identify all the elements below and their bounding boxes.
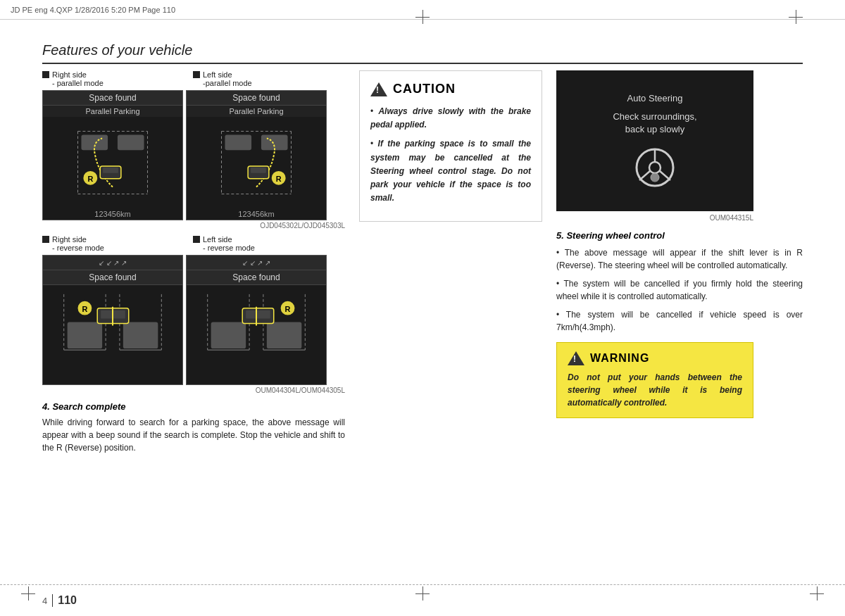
svg-rect-0 <box>43 121 182 205</box>
left-reverse-label: Left side- reverse mode <box>193 235 341 252</box>
svg-rect-43 <box>267 322 302 349</box>
left-parallel-header: Space found <box>187 91 326 106</box>
right-parallel-subheader: Parallel Parking <box>43 106 182 117</box>
warning-title-text: WARNING <box>590 352 649 365</box>
reverse-diagrams: ↙ ↙ ↗ ↗ Space found <box>42 255 345 385</box>
square-icon-left-rev <box>193 236 200 243</box>
steering-control-title: 5. Steering wheel control <box>556 230 803 241</box>
svg-rect-19 <box>251 168 266 173</box>
auto-steering-display: Auto Steering Check surroundings,back up… <box>556 70 753 211</box>
reverse-right-svg: R <box>43 285 182 359</box>
caution-title: CAUTION <box>370 82 531 96</box>
right-parallel-content: R <box>43 117 182 208</box>
caution-box: CAUTION Always drive slowly with the bra… <box>359 70 542 222</box>
svg-rect-5 <box>81 134 108 150</box>
caution-item-1-text: Always drive slowly with the brake pedal… <box>370 106 531 130</box>
warning-box: WARNING Do not put your hands between th… <box>556 342 753 418</box>
steering-control-section: 5. Steering wheel control The above mess… <box>556 230 803 334</box>
crosshair-bottom-center <box>415 586 430 601</box>
left-reverse-text: Left side- reverse mode <box>203 235 255 252</box>
reverse-left-svg: R <box>187 285 326 359</box>
svg-text:R: R <box>82 305 87 313</box>
svg-text:R: R <box>285 305 291 313</box>
svg-rect-8 <box>103 168 118 173</box>
steering-point-3: The system will be cancelled if vehicle … <box>556 308 803 334</box>
right-parallel-text: Right side- parallel mode <box>52 70 104 87</box>
auto-steering-message: Check surroundings,back up slowly <box>613 111 696 136</box>
search-complete-title: 4. Search complete <box>42 401 345 412</box>
caution-title-text: CAUTION <box>393 82 456 96</box>
left-parallel-text: Left side-parallel mode <box>203 70 252 87</box>
square-icon-right <box>42 71 49 78</box>
svg-text:R: R <box>87 175 93 183</box>
page-number-separator <box>52 594 53 607</box>
svg-rect-17 <box>261 134 288 150</box>
parallel-diagram-id: OJD045302L/OJD045303L <box>42 222 345 230</box>
parallel-right-svg: R <box>43 117 182 208</box>
right-column: Auto Steering Check surroundings,back up… <box>556 70 803 581</box>
left-parallel-content: R <box>187 117 326 208</box>
right-reverse-space-found: Space found <box>43 270 182 285</box>
svg-rect-45 <box>246 310 270 319</box>
warning-text: Do not put your hands between the steeri… <box>568 371 742 409</box>
caution-triangle-icon <box>370 82 387 96</box>
page-title-section: Features of your vehicle <box>42 42 803 64</box>
section-number: 4 <box>42 596 47 606</box>
left-reverse-header-icons: ↙ ↙ ↗ ↗ <box>187 256 326 270</box>
crosshair-bottom-right <box>810 586 824 601</box>
middle-column: CAUTION Always drive slowly with the bra… <box>359 70 542 581</box>
caution-item-2-text: If the parking space is to small the sys… <box>370 139 531 203</box>
crosshair-bottom-left <box>21 586 35 601</box>
caution-item-1: Always drive slowly with the brake pedal… <box>370 105 531 132</box>
right-reverse-content: R <box>43 285 182 359</box>
caution-items: Always drive slowly with the brake pedal… <box>370 105 531 205</box>
svg-rect-16 <box>225 134 251 150</box>
svg-line-52 <box>660 171 670 180</box>
right-parallel-footer: 123456km <box>43 210 182 218</box>
main-content: Right side- parallel mode Left side-para… <box>42 70 803 581</box>
svg-line-51 <box>639 171 650 180</box>
left-parallel-footer: 123456km <box>187 210 326 218</box>
svg-point-49 <box>649 162 661 173</box>
parallel-diagrams: Space found Parallel Parking <box>42 90 345 220</box>
auto-steering-title: Auto Steering <box>627 93 683 103</box>
steering-point-1: The above message will appear if the shi… <box>556 246 803 272</box>
search-complete-text: While driving forward to search for a pa… <box>42 416 345 454</box>
warning-triangle-icon <box>568 351 584 365</box>
square-icon-left <box>193 71 200 78</box>
svg-text:R: R <box>276 175 282 183</box>
right-parallel-km: 123456km <box>94 210 130 218</box>
square-icon-right-rev <box>42 236 49 243</box>
right-reverse-diagram: ↙ ↙ ↗ ↗ Space found <box>42 255 183 385</box>
svg-rect-42 <box>211 322 246 349</box>
left-parallel-label: Left side-parallel mode <box>193 70 341 87</box>
svg-rect-11 <box>187 121 326 205</box>
reverse-labels-row: Right side- reverse mode Left side- reve… <box>42 235 345 252</box>
left-reverse-content: R <box>187 285 326 359</box>
parallel-left-svg: R <box>187 117 326 208</box>
svg-rect-54 <box>652 177 658 182</box>
svg-rect-29 <box>68 322 102 349</box>
parallel-labels-row: Right side- parallel mode Left side-para… <box>42 70 345 87</box>
right-parallel-diagram: Space found Parallel Parking <box>42 90 183 220</box>
left-parallel-subheader: Parallel Parking <box>187 106 326 117</box>
steering-wheel-icon <box>634 146 676 189</box>
right-reverse-label: Right side- reverse mode <box>42 235 190 252</box>
left-column: Right side- parallel mode Left side-para… <box>42 70 345 581</box>
page-num: 110 <box>58 594 77 607</box>
svg-rect-30 <box>123 322 158 349</box>
right-parallel-header: Space found <box>43 91 182 106</box>
left-reverse-diagram: ↙ ↙ ↗ ↗ Space found <box>186 255 327 385</box>
page-number: 4 110 <box>42 594 77 607</box>
crosshair-top-center <box>415 10 430 24</box>
right-parallel-label: Right side- parallel mode <box>42 70 190 87</box>
file-info: JD PE eng 4.QXP 1/28/2016 5:20 PM Page 1… <box>11 6 175 14</box>
page-title: Features of your vehicle <box>42 42 192 58</box>
steering-point-2: The system will be cancelled if you firm… <box>556 277 803 303</box>
caution-item-2: If the parking space is to small the sys… <box>370 137 531 205</box>
left-parallel-km: 123456km <box>238 210 274 218</box>
right-reverse-header: ↙ ↙ ↗ ↗ <box>43 256 182 270</box>
warning-title: WARNING <box>568 351 742 365</box>
left-reverse-space-found: Space found <box>187 270 326 285</box>
svg-rect-6 <box>118 134 144 150</box>
